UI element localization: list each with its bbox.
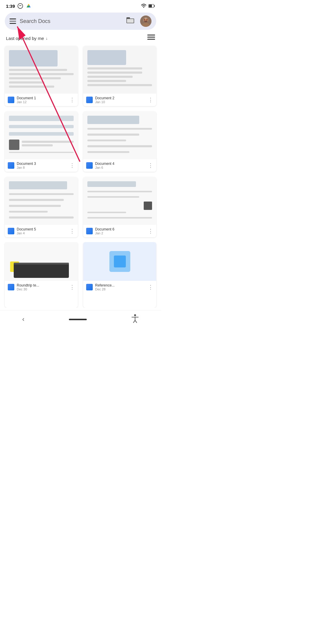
doc-date-4: Jan 6	[95, 166, 145, 169]
svg-line-24	[133, 320, 135, 323]
doc-thumbnail-6	[83, 177, 156, 225]
doc-icon-2	[86, 97, 93, 103]
doc-footer-8: Reference... Dec 28 ⋮	[83, 281, 156, 293]
doc-name-3: Document 3	[17, 162, 67, 166]
doc-info-4: Document 4 Jan 6	[95, 162, 145, 169]
svg-rect-3	[149, 5, 152, 7]
doc-footer-5: Document 5 Jan 4 ⋮	[5, 225, 78, 237]
status-time: 1:39	[6, 3, 32, 9]
doc-info-8: Reference... Dec 28	[95, 283, 145, 291]
svg-rect-16	[153, 35, 155, 35]
doc-footer-7: Roundtrip te... Dec 30 ⋮	[5, 281, 78, 293]
sort-label-text: Last opened by me	[6, 36, 44, 41]
svg-rect-6	[127, 19, 134, 23]
doc-card-1[interactable]: Document 1 Jan 12 ⋮	[5, 46, 78, 106]
doc-name-2: Document 2	[95, 96, 145, 100]
doc-card-6[interactable]: Document 6 Jan 2 ⋮	[83, 177, 156, 237]
doc-date-2: Jan 10	[95, 100, 145, 104]
doc-thumbnail-7	[5, 242, 78, 281]
doc-more-5[interactable]: ⋮	[69, 228, 75, 234]
doc-footer-4: Document 4 Jan 6 ⋮	[83, 159, 156, 172]
svg-rect-18	[153, 39, 155, 40]
svg-rect-2	[154, 5, 155, 7]
battery-icon	[148, 4, 155, 8]
doc-icon-4	[86, 162, 93, 169]
doc-name-6: Document 6	[95, 227, 145, 231]
avatar-image	[140, 16, 151, 27]
page-root: 1:39	[0, 0, 161, 331]
list-view-button[interactable]	[147, 35, 155, 42]
doc-icon-6	[86, 228, 93, 234]
doc-footer-1: Document 1 Jan 12 ⋮	[5, 94, 78, 106]
search-placeholder[interactable]: Search Docs	[20, 18, 123, 24]
doc-date-6: Jan 2	[95, 231, 145, 235]
bottom-nav: ‹	[0, 310, 161, 331]
doc-card-2[interactable]: Document 2 Jan 10 ⋮	[83, 46, 156, 106]
sort-button[interactable]: Last opened by me ↓	[6, 36, 48, 41]
avatar[interactable]	[140, 16, 151, 27]
svg-line-25	[135, 320, 137, 323]
doc-info-5: Document 5 Jan 4	[17, 227, 67, 235]
doc-name-4: Document 4	[95, 162, 145, 166]
doc-thumbnail-4	[83, 112, 156, 159]
status-icons	[141, 3, 155, 9]
doc-card-8[interactable]: Reference... Dec 28 ⋮	[83, 242, 156, 308]
doc-card-5[interactable]: Document 5 Jan 4 ⋮	[5, 177, 78, 237]
doc-thumbnail-3	[5, 112, 78, 159]
search-bar: Search Docs	[5, 13, 156, 30]
doc-more-1[interactable]: ⋮	[69, 97, 75, 103]
doc-card-7[interactable]: Roundtrip te... Dec 30 ⋮	[5, 242, 78, 308]
doc-icon-1	[8, 97, 14, 103]
doc-name-7: Roundtrip te...	[17, 283, 67, 287]
folder-button[interactable]	[126, 17, 134, 25]
sort-arrow: ↓	[46, 36, 48, 41]
doc-icon-5	[8, 228, 14, 234]
doc-more-6[interactable]: ⋮	[148, 228, 153, 234]
doc-more-2[interactable]: ⋮	[148, 97, 153, 103]
sort-bar: Last opened by me ↓	[0, 30, 161, 45]
accessibility-button[interactable]	[131, 314, 139, 325]
doc-icon-8	[86, 284, 93, 290]
home-pill[interactable]	[69, 319, 87, 320]
svg-point-21	[134, 314, 136, 316]
doc-more-7[interactable]: ⋮	[69, 284, 75, 290]
back-button[interactable]: ‹	[22, 315, 24, 323]
doc-thumbnail-2	[83, 46, 156, 94]
doc-info-2: Document 2 Jan 10	[95, 96, 145, 104]
doc-more-4[interactable]: ⋮	[148, 162, 153, 169]
menu-button[interactable]	[10, 18, 16, 24]
doc-date-8: Dec 28	[95, 287, 145, 291]
doc-card-3[interactable]: Document 3 Jan 8 ⋮	[5, 112, 78, 172]
doc-more-3[interactable]: ⋮	[69, 162, 75, 169]
doc-info-6: Document 6 Jan 2	[95, 227, 145, 235]
wifi-icon	[141, 3, 147, 9]
doc-name-5: Document 5	[17, 227, 67, 231]
svg-point-12	[144, 21, 148, 22]
doc-thumbnail-5	[5, 177, 78, 225]
doc-info-7: Roundtrip te... Dec 30	[17, 283, 67, 291]
doc-date-5: Jan 4	[17, 231, 67, 235]
docs-grid: Document 1 Jan 12 ⋮	[0, 45, 161, 242]
doc-info-3: Document 3 Jan 8	[17, 162, 67, 169]
doc-footer-6: Document 6 Jan 2 ⋮	[83, 225, 156, 237]
svg-point-0	[18, 4, 23, 9]
doc-thumbnail-8	[83, 242, 156, 281]
doc-footer-3: Document 3 Jan 8 ⋮	[5, 159, 78, 172]
doc-icon-3	[8, 162, 14, 169]
time-display: 1:39	[6, 4, 15, 9]
doc-icon-7	[8, 284, 14, 290]
status-bar: 1:39	[0, 0, 161, 11]
doc-card-4[interactable]: Document 4 Jan 6 ⋮	[83, 112, 156, 172]
gesture-icon	[17, 3, 23, 9]
doc-date-7: Dec 30	[17, 287, 67, 291]
doc-more-8[interactable]: ⋮	[148, 284, 153, 290]
doc-thumbnail-1	[5, 46, 78, 94]
svg-point-11	[146, 18, 148, 21]
svg-point-10	[144, 18, 145, 21]
doc-date-1: Jan 12	[17, 100, 67, 104]
doc-name-8: Reference...	[95, 283, 145, 287]
doc-date-3: Jan 8	[17, 166, 67, 169]
doc-info-1: Document 1 Jan 12	[17, 96, 67, 104]
doc-footer-2: Document 2 Jan 10 ⋮	[83, 94, 156, 106]
partial-grid: Roundtrip te... Dec 30 ⋮ Reference...	[0, 242, 161, 308]
